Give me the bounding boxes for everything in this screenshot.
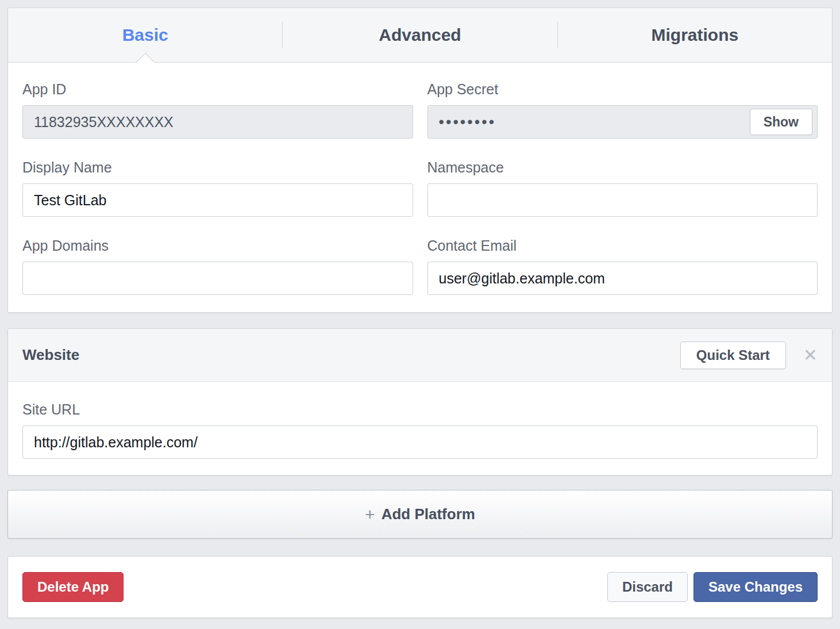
- delete-app-button[interactable]: Delete App: [22, 572, 124, 602]
- app-id-input: [22, 105, 413, 139]
- app-secret-wrap: Show: [427, 105, 818, 139]
- display-name-input[interactable]: [22, 183, 413, 217]
- app-domains-field-group: App Domains: [22, 237, 413, 295]
- app-domains-label: App Domains: [22, 237, 413, 254]
- namespace-label: Namespace: [427, 159, 818, 176]
- display-name-field-group: Display Name: [22, 159, 413, 217]
- website-section-header: Website Quick Start ✕: [8, 329, 832, 382]
- site-url-input[interactable]: [22, 425, 818, 459]
- tab-migrations[interactable]: Migrations: [558, 8, 832, 62]
- contact-email-field-group: Contact Email: [427, 237, 818, 295]
- display-name-label: Display Name: [22, 159, 413, 176]
- app-settings-page: Basic Advanced Migrations App ID App Sec…: [0, 0, 840, 628]
- footer-right-group: Discard Save Changes: [607, 572, 818, 602]
- website-section-title: Website: [22, 346, 680, 364]
- contact-email-label: Contact Email: [427, 237, 818, 254]
- save-changes-button[interactable]: Save Changes: [693, 572, 818, 602]
- close-icon[interactable]: ✕: [803, 347, 818, 364]
- show-secret-button[interactable]: Show: [750, 109, 812, 135]
- basic-settings-card: Basic Advanced Migrations App ID App Sec…: [7, 7, 833, 313]
- add-platform-label: Add Platform: [382, 505, 475, 523]
- tab-advanced-label: Advanced: [379, 25, 461, 45]
- tab-basic-label: Basic: [122, 25, 168, 45]
- app-id-field-group: App ID: [22, 81, 413, 139]
- tab-bar: Basic Advanced Migrations: [8, 8, 832, 63]
- quick-start-button[interactable]: Quick Start: [680, 342, 786, 369]
- discard-button[interactable]: Discard: [607, 572, 688, 602]
- basic-form: App ID App Secret Show Display Name Name…: [8, 63, 832, 312]
- app-id-label: App ID: [22, 81, 413, 98]
- tab-advanced[interactable]: Advanced: [283, 8, 557, 62]
- website-section-body: Site URL: [8, 382, 832, 475]
- app-secret-label: App Secret: [427, 81, 818, 98]
- add-platform-button[interactable]: + Add Platform: [7, 490, 833, 539]
- website-platform-card: Website Quick Start ✕ Site URL: [7, 328, 833, 475]
- app-secret-field-group: App Secret Show: [427, 81, 818, 139]
- footer-action-bar: Delete App Discard Save Changes: [7, 556, 833, 618]
- namespace-input[interactable]: [427, 183, 818, 217]
- tab-migrations-label: Migrations: [651, 25, 738, 45]
- namespace-field-group: Namespace: [427, 159, 818, 217]
- plus-icon: +: [365, 506, 375, 523]
- contact-email-input[interactable]: [427, 262, 818, 295]
- app-domains-input[interactable]: [22, 262, 413, 295]
- site-url-label: Site URL: [22, 401, 818, 418]
